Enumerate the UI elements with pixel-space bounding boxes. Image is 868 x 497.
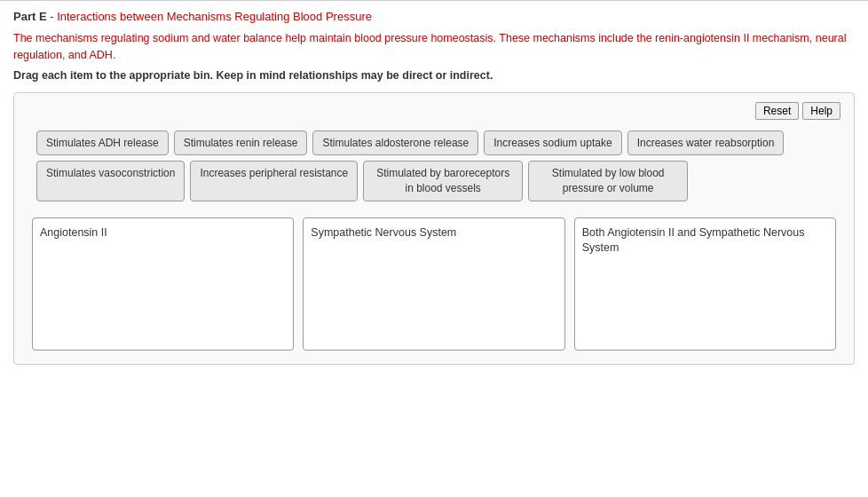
- help-button[interactable]: Help: [802, 102, 840, 120]
- drag-item-2[interactable]: Stimulates renin release: [174, 130, 308, 156]
- drag-item-7[interactable]: Increases peripheral resistance: [190, 161, 358, 201]
- drag-item-1[interactable]: Stimulates ADH release: [36, 130, 169, 156]
- drop-zone-2-label: Sympathetic Nervous System: [311, 225, 556, 241]
- drag-item-3[interactable]: Stimulates aldosterone release: [312, 130, 478, 156]
- drag-item-5[interactable]: Increases water reabsorption: [627, 130, 785, 156]
- drop-zone-1-label: Angiotensin II: [40, 225, 286, 241]
- page-container: Part E - Interactions between Mechanisms…: [0, 0, 868, 374]
- toolbar: Reset Help: [28, 102, 840, 120]
- drop-zone-2[interactable]: Sympathetic Nervous System: [303, 217, 564, 351]
- drop-zone-3[interactable]: Both Angiotensin II and Sympathetic Nerv…: [574, 217, 836, 351]
- instruction-text: Drag each item to the appropriate bin. K…: [13, 69, 855, 82]
- drag-item-9[interactable]: Stimulated by low blood pressure or volu…: [528, 161, 688, 201]
- description-text: The mechanisms regulating sodium and wat…: [13, 30, 855, 64]
- drop-zones-container: Angiotensin II Sympathetic Nervous Syste…: [28, 217, 840, 351]
- reset-button[interactable]: Reset: [755, 102, 799, 120]
- drag-item-4[interactable]: Increases sodium uptake: [484, 130, 621, 156]
- drag-items-area: Stimulates ADH release Stimulates renin …: [28, 130, 840, 201]
- main-area: Reset Help Stimulates ADH release Stimul…: [13, 92, 855, 365]
- drag-item-6[interactable]: Stimulates vasoconstriction: [36, 161, 185, 201]
- title-separator: -: [47, 10, 58, 23]
- part-title: Part E - Interactions between Mechanisms…: [13, 10, 855, 23]
- drop-zone-3-label: Both Angiotensin II and Sympathetic Nerv…: [582, 225, 828, 256]
- part-label: Part E: [13, 10, 47, 23]
- drop-zone-1[interactable]: Angiotensin II: [32, 217, 294, 351]
- drag-item-8[interactable]: Stimulated by baroreceptors in blood ves…: [363, 161, 523, 201]
- part-name: Interactions between Mechanisms Regulati…: [57, 10, 372, 23]
